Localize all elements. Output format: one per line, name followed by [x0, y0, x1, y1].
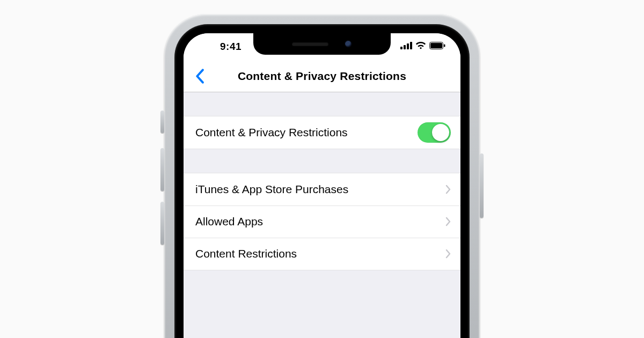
- screen: 9:41: [184, 33, 460, 338]
- section-spacer: [184, 149, 460, 173]
- device-frame: 9:41: [164, 14, 480, 338]
- toggle-group: Content & Privacy Restrictions: [184, 116, 460, 149]
- content-privacy-toggle-row: Content & Privacy Restrictions: [184, 116, 460, 149]
- row-itunes-appstore-purchases[interactable]: iTunes & App Store Purchases: [184, 173, 460, 205]
- notch: [253, 33, 391, 55]
- row-label: Content Restrictions: [195, 247, 445, 260]
- svg-rect-6: [444, 45, 445, 47]
- wifi-icon: [415, 42, 426, 52]
- navigation-bar: Content & Privacy Restrictions: [184, 60, 460, 92]
- row-allowed-apps[interactable]: Allowed Apps: [184, 205, 460, 238]
- device-bezel: 9:41: [174, 24, 470, 338]
- side-button: [480, 153, 484, 218]
- chevron-right-icon: [445, 249, 451, 259]
- svg-rect-0: [400, 47, 402, 49]
- cellular-signal-icon: [400, 42, 412, 52]
- toggle-knob: [432, 124, 449, 141]
- volume-down-button: [160, 202, 164, 245]
- toggle-label: Content & Privacy Restrictions: [195, 126, 418, 139]
- status-icons: [381, 42, 445, 52]
- row-content-restrictions[interactable]: Content Restrictions: [184, 238, 460, 270]
- settings-group: iTunes & App Store Purchases Allowed App…: [184, 173, 460, 270]
- svg-rect-3: [410, 42, 412, 49]
- back-button[interactable]: [189, 65, 210, 87]
- section-spacer: [184, 92, 460, 116]
- row-label: iTunes & App Store Purchases: [195, 183, 445, 196]
- mute-switch: [160, 111, 164, 133]
- front-camera: [345, 40, 352, 48]
- svg-rect-1: [404, 45, 406, 49]
- row-label: Allowed Apps: [195, 215, 445, 228]
- battery-icon: [429, 42, 445, 52]
- chevron-right-icon: [445, 217, 451, 226]
- page-title: Content & Privacy Restrictions: [184, 70, 460, 83]
- volume-up-button: [160, 148, 164, 191]
- chevron-right-icon: [445, 185, 451, 194]
- svg-rect-2: [407, 43, 409, 49]
- svg-rect-5: [430, 43, 442, 48]
- earpiece-speaker: [292, 42, 328, 46]
- content-privacy-toggle[interactable]: [418, 122, 451, 143]
